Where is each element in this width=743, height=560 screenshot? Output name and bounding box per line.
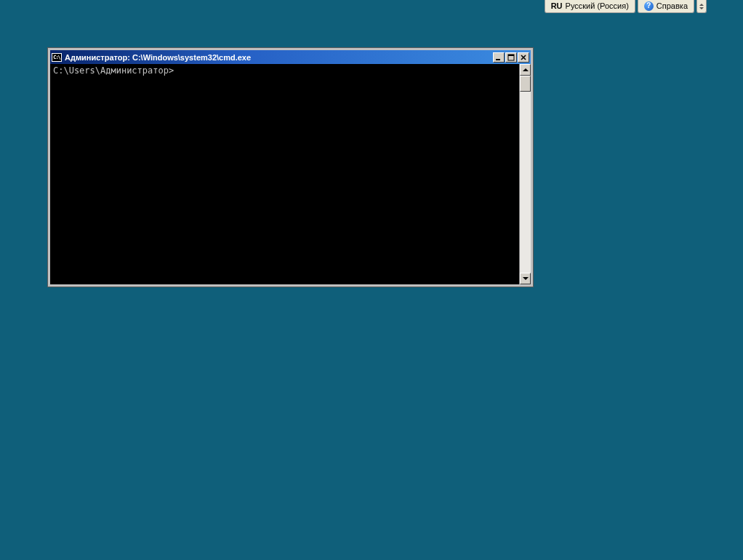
language-selector[interactable]: RU Русский (Россия)	[545, 0, 635, 13]
titlebar[interactable]: C:\ Администратор: C:\Windows\system32\c…	[50, 50, 531, 64]
help-icon: ?	[644, 1, 654, 11]
console-output[interactable]: C:\Users\Администратор>	[50, 64, 519, 284]
cmd-window: C:\ Администратор: C:\Windows\system32\c…	[48, 48, 533, 287]
vertical-scrollbar[interactable]	[519, 64, 531, 284]
language-code: RU	[551, 1, 563, 11]
scroll-up-button[interactable]	[520, 64, 531, 76]
svg-rect-0	[496, 59, 500, 60]
help-label: Справка	[656, 1, 688, 11]
svg-rect-2	[508, 55, 514, 56]
language-name: Русский (Россия)	[566, 1, 629, 11]
options-dropdown[interactable]	[696, 0, 707, 13]
scroll-track[interactable]	[520, 76, 531, 273]
console-prompt: C:\Users\Администратор>	[53, 65, 174, 76]
maximize-button[interactable]	[505, 52, 517, 63]
minimize-button[interactable]	[493, 52, 505, 63]
window-title: Администратор: C:\Windows\system32\cmd.e…	[65, 53, 490, 62]
arrow-up-icon	[523, 68, 529, 71]
scroll-thumb[interactable]	[520, 76, 531, 92]
scroll-down-button[interactable]	[520, 273, 531, 284]
close-button[interactable]	[518, 52, 529, 63]
chevron-down-icon	[699, 7, 704, 9]
help-button[interactable]: ? Справка	[638, 0, 694, 13]
chevron-up-icon	[699, 4, 704, 6]
cmd-icon: C:\	[52, 53, 62, 62]
arrow-down-icon	[523, 277, 529, 280]
